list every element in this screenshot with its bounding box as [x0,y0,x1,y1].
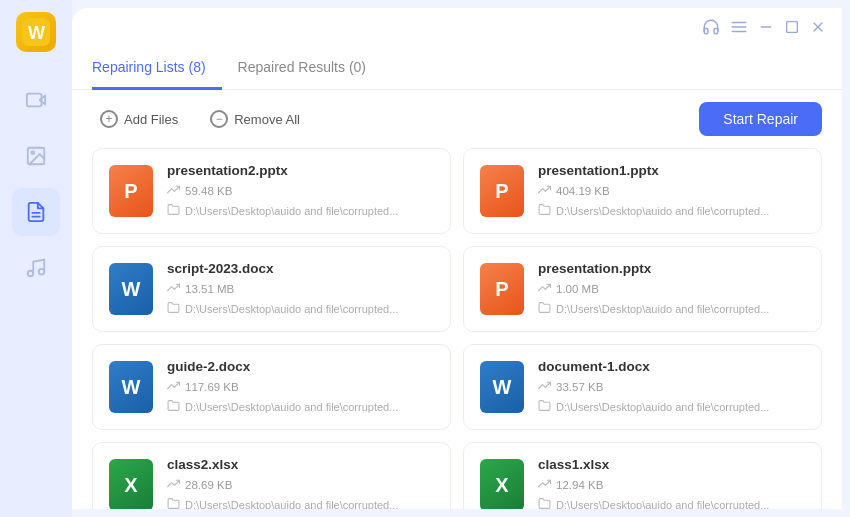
folder-icon [538,497,551,509]
titlebar [72,8,842,50]
file-size: 28.69 KB [167,477,434,493]
headphones-icon[interactable] [702,18,720,40]
size-icon [538,281,551,297]
folder-icon [167,203,180,219]
toolbar-left: + Add Files − Remove All [92,106,308,132]
toolbar: + Add Files − Remove All Start Repair [72,90,842,148]
file-size-value: 404.19 KB [556,185,610,197]
file-size-value: 59.48 KB [185,185,232,197]
folder-icon [167,301,180,317]
folder-icon [538,203,551,219]
file-name: script-2023.docx [167,261,434,276]
file-icon-letter: X [495,474,508,497]
tab-repaired-results[interactable]: Repaired Results (0) [238,51,382,90]
app-logo: W [16,12,56,52]
add-files-label: Add Files [124,112,178,127]
file-name: class1.xlsx [538,457,805,472]
folder-icon [167,497,180,509]
size-icon [538,477,551,493]
size-icon [167,477,180,493]
folder-icon [167,399,180,415]
file-size: 13.51 MB [167,281,434,297]
sidebar-item-image[interactable] [12,132,60,180]
file-path: D:\Users\Desktop\auido and file\corrupte… [538,203,805,219]
file-name: class2.xlsx [167,457,434,472]
file-size-value: 12.94 KB [556,479,603,491]
sidebar: W [0,0,72,517]
file-info: document-1.docx 33.57 KB D:\Users\Deskto… [538,359,805,415]
start-repair-button[interactable]: Start Repair [699,102,822,136]
file-card: P presentation1.pptx 404.19 KB [463,148,822,234]
main-panel: Repairing Lists (8) Repaired Results (0)… [72,8,842,509]
file-icon-letter: X [124,474,137,497]
file-info: guide-2.docx 117.69 KB D:\Users\Desktop\… [167,359,434,415]
size-icon [538,183,551,199]
tabs-bar: Repairing Lists (8) Repaired Results (0) [72,50,842,90]
file-icon-letter: P [495,180,508,203]
file-name: document-1.docx [538,359,805,374]
file-path: D:\Users\Desktop\auido and file\corrupte… [167,301,434,317]
file-card: P presentation2.pptx 59.48 KB [92,148,451,234]
file-type-icon: P [480,165,524,217]
file-path-value: D:\Users\Desktop\auido and file\corrupte… [556,499,769,509]
file-path: D:\Users\Desktop\auido and file\corrupte… [167,497,434,509]
file-info: presentation1.pptx 404.19 KB D:\Users\De… [538,163,805,219]
add-files-button[interactable]: + Add Files [92,106,186,132]
svg-rect-14 [787,22,798,33]
file-path-value: D:\Users\Desktop\auido and file\corrupte… [185,303,398,315]
svg-text:W: W [28,23,45,43]
file-type-icon: X [480,459,524,509]
file-size-value: 33.57 KB [556,381,603,393]
file-size: 1.00 MB [538,281,805,297]
file-icon-letter: W [122,278,141,301]
close-icon[interactable] [810,19,826,39]
file-type-icon: P [109,165,153,217]
files-grid: P presentation2.pptx 59.48 KB [72,148,842,509]
file-info: presentation.pptx 1.00 MB D:\Users\Deskt… [538,261,805,317]
sidebar-item-document[interactable] [12,188,60,236]
file-path-value: D:\Users\Desktop\auido and file\corrupte… [185,401,398,413]
sidebar-item-video[interactable] [12,76,60,124]
file-size-value: 28.69 KB [185,479,232,491]
file-path: D:\Users\Desktop\auido and file\corrupte… [538,497,805,509]
file-path: D:\Users\Desktop\auido and file\corrupte… [167,399,434,415]
file-size: 404.19 KB [538,183,805,199]
sidebar-item-music[interactable] [12,244,60,292]
file-info: presentation2.pptx 59.48 KB D:\Users\Des… [167,163,434,219]
file-path: D:\Users\Desktop\auido and file\corrupte… [538,399,805,415]
remove-all-button[interactable]: − Remove All [202,106,308,132]
minimize-icon[interactable] [758,19,774,39]
file-name: presentation2.pptx [167,163,434,178]
file-size: 59.48 KB [167,183,434,199]
file-icon-letter: P [495,278,508,301]
file-size: 117.69 KB [167,379,434,395]
file-info: class2.xlsx 28.69 KB D:\Users\Desktop\au… [167,457,434,509]
file-type-icon: W [480,361,524,413]
file-path-value: D:\Users\Desktop\auido and file\corrupte… [185,499,398,509]
add-icon: + [100,110,118,128]
file-path: D:\Users\Desktop\auido and file\corrupte… [538,301,805,317]
file-icon-letter: W [122,376,141,399]
file-name: presentation.pptx [538,261,805,276]
svg-point-9 [39,269,45,275]
maximize-icon[interactable] [784,19,800,39]
file-name: guide-2.docx [167,359,434,374]
file-icon-letter: P [124,180,137,203]
file-size: 12.94 KB [538,477,805,493]
remove-all-label: Remove All [234,112,300,127]
file-info: script-2023.docx 13.51 MB D:\Users\Deskt… [167,261,434,317]
svg-point-5 [31,151,34,154]
file-type-icon: X [109,459,153,509]
file-size-value: 13.51 MB [185,283,234,295]
svg-point-8 [28,271,34,277]
file-card: P presentation.pptx 1.00 MB [463,246,822,332]
file-path-value: D:\Users\Desktop\auido and file\corrupte… [556,401,769,413]
file-icon-letter: W [493,376,512,399]
size-icon [538,379,551,395]
file-size: 33.57 KB [538,379,805,395]
menu-icon[interactable] [730,18,748,40]
tab-repairing-lists[interactable]: Repairing Lists (8) [92,51,222,90]
file-name: presentation1.pptx [538,163,805,178]
folder-icon [538,301,551,317]
file-path-value: D:\Users\Desktop\auido and file\corrupte… [185,205,398,217]
